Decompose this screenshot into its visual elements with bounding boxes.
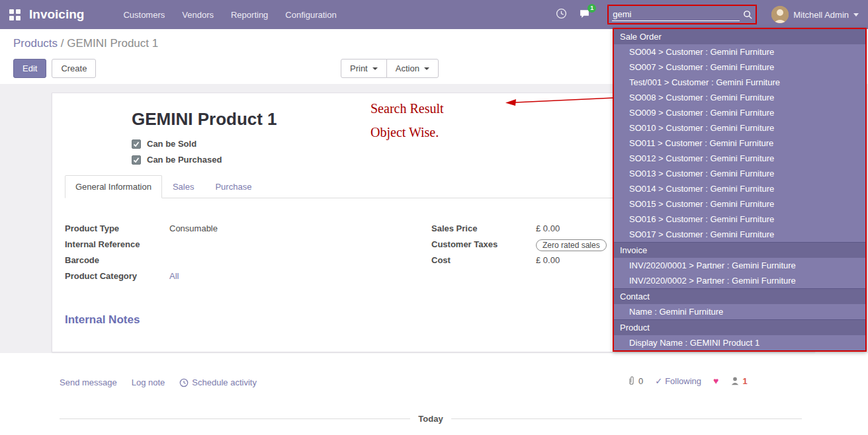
search-group-invoice: Invoice xyxy=(614,242,865,258)
print-caret-icon xyxy=(372,67,378,70)
paperclip-icon xyxy=(627,376,636,385)
today-divider: Today xyxy=(60,414,802,424)
annotation-arrow xyxy=(501,93,617,108)
user-name: Mitchell Admin xyxy=(793,10,849,20)
customer-taxes-badge[interactable]: Zero rated sales xyxy=(536,239,607,251)
messages-count-badge: 1 xyxy=(587,4,596,13)
barcode-row: Barcode xyxy=(65,255,431,268)
sales-price-label: Sales Price xyxy=(431,223,536,233)
search-result-item[interactable]: SO017 > Customer : Gemini Furniture xyxy=(614,227,865,242)
navbar-right: 1 Mitchell Admin xyxy=(556,5,868,24)
top-navbar: Invoicing Customers Vendors Reporting Co… xyxy=(0,0,868,29)
product-category-row: Product Category All xyxy=(65,271,431,284)
search-result-item[interactable]: SO009 > Customer : Gemini Furniture xyxy=(614,105,865,120)
print-action-group: Print Action xyxy=(341,59,439,78)
can-be-sold-checkbox[interactable] xyxy=(132,139,141,149)
person-icon xyxy=(730,376,740,385)
search-group-sale-order: Sale Order xyxy=(614,29,865,44)
product-category-label: Product Category xyxy=(65,271,169,281)
apps-menu-icon[interactable] xyxy=(9,9,21,20)
user-avatar xyxy=(771,6,789,23)
product-type-value: Consumable xyxy=(169,223,218,233)
action-button[interactable]: Action xyxy=(386,59,439,78)
print-button[interactable]: Print xyxy=(341,59,387,78)
activities-clock-icon[interactable] xyxy=(556,8,567,21)
internal-reference-row: Internal Reference xyxy=(65,239,431,252)
product-type-label: Product Type xyxy=(65,223,169,233)
log-note-link[interactable]: Log note xyxy=(132,377,165,387)
chatter-actions: Send message Log note Schedule activity xyxy=(60,377,257,387)
menu-vendors[interactable]: Vendors xyxy=(173,1,222,28)
user-menu[interactable]: Mitchell Admin xyxy=(771,6,859,23)
tab-purchase[interactable]: Purchase xyxy=(204,175,262,198)
schedule-activity-link[interactable]: Schedule activity xyxy=(179,377,257,387)
check-icon: ✓ xyxy=(655,376,662,386)
attachment-count: 0 xyxy=(638,376,643,386)
customer-taxes-label: Customer Taxes xyxy=(431,239,536,249)
followers-count-button[interactable]: 1 xyxy=(730,376,747,386)
cost-label: Cost xyxy=(431,255,536,265)
can-be-purchased-label: Can be Purchased xyxy=(147,155,222,165)
attachments-button[interactable]: 0 xyxy=(627,376,643,386)
search-group-contact: Contact xyxy=(614,288,865,304)
product-type-row: Product Type Consumable xyxy=(65,223,431,236)
left-field-column: Product Type Consumable Internal Referen… xyxy=(65,223,431,287)
today-label: Today xyxy=(410,414,451,424)
search-result-item[interactable]: SO013 > Customer : Gemini Furniture xyxy=(614,166,865,181)
search-input[interactable] xyxy=(612,8,740,21)
chatter-followers: 0 ✓ Following ♥ 1 xyxy=(627,376,748,386)
page: Invoicing Customers Vendors Reporting Co… xyxy=(0,0,868,435)
main-menu: Customers Vendors Reporting Configuratio… xyxy=(114,1,345,28)
schedule-clock-icon xyxy=(179,378,189,387)
breadcrumb: Products / GEMINI Product 1 xyxy=(13,37,158,50)
breadcrumb-separator: / xyxy=(58,37,67,50)
search-result-item[interactable]: SO015 > Customer : Gemini Furniture xyxy=(614,196,865,212)
search-result-item[interactable]: Test/001 > Customer : Gemini Furniture xyxy=(614,75,865,90)
menu-customers[interactable]: Customers xyxy=(114,1,173,28)
search-result-item[interactable]: SO016 > Customer : Gemini Furniture xyxy=(614,212,865,227)
tab-sales[interactable]: Sales xyxy=(162,175,205,198)
product-category-value[interactable]: All xyxy=(169,271,179,281)
action-caret-icon xyxy=(424,67,429,70)
search-group-product: Product xyxy=(614,319,865,335)
can-be-purchased-checkbox[interactable] xyxy=(132,155,141,165)
search-result-item[interactable]: Display Name : GEMINI Product 1 xyxy=(614,335,865,350)
search-result-item[interactable]: INV/2020/0001 > Partner : Gemini Furnitu… xyxy=(614,258,865,273)
global-search-box xyxy=(607,5,757,24)
barcode-label: Barcode xyxy=(65,255,169,265)
follower-count: 1 xyxy=(742,376,747,386)
search-results-dropdown: Sale Order SO004 > Customer : Gemini Fur… xyxy=(613,28,867,352)
breadcrumb-products[interactable]: Products xyxy=(13,37,58,50)
app-brand[interactable]: Invoicing xyxy=(29,7,84,22)
following-toggle[interactable]: ✓ Following xyxy=(655,376,701,386)
form-buttons: Edit Create xyxy=(13,59,96,78)
search-result-item[interactable]: SO007 > Customer : Gemini Furniture xyxy=(614,59,865,75)
menu-configuration[interactable]: Configuration xyxy=(277,1,345,28)
search-result-item[interactable]: SO010 > Customer : Gemini Furniture xyxy=(614,120,865,136)
messages-icon[interactable]: 1 xyxy=(579,8,590,21)
search-result-item[interactable]: SO012 > Customer : Gemini Furniture xyxy=(614,151,865,166)
annotation-line-1: Search Result xyxy=(370,97,444,120)
annotation-text: Search Result Object Wise. xyxy=(370,97,444,144)
sales-price-value: £ 0.00 xyxy=(536,223,560,233)
search-result-item[interactable]: SO011 > Customer : Gemini Furniture xyxy=(614,136,865,151)
search-result-item[interactable]: SO004 > Customer : Gemini Furniture xyxy=(614,44,865,59)
menu-reporting[interactable]: Reporting xyxy=(222,1,277,28)
edit-button[interactable]: Edit xyxy=(13,59,46,78)
search-result-item[interactable]: SO014 > Customer : Gemini Furniture xyxy=(614,181,865,196)
create-button[interactable]: Create xyxy=(52,59,96,78)
search-result-item[interactable]: SO008 > Customer : Gemini Furniture xyxy=(614,90,865,105)
search-icon[interactable] xyxy=(743,10,753,20)
cost-value: £ 0.00 xyxy=(536,255,560,265)
breadcrumb-current: GEMINI Product 1 xyxy=(67,37,158,50)
search-result-item[interactable]: INV/2020/0002 > Partner : Gemini Furnitu… xyxy=(614,273,865,288)
can-be-sold-label: Can be Sold xyxy=(147,139,196,149)
internal-reference-label: Internal Reference xyxy=(65,239,169,249)
send-message-link[interactable]: Send message xyxy=(60,377,117,387)
heart-icon[interactable]: ♥ xyxy=(713,376,718,386)
tab-general-information[interactable]: General Information xyxy=(65,175,162,198)
annotation-line-2: Object Wise. xyxy=(370,120,444,144)
search-result-item[interactable]: Name : Gemini Furniture xyxy=(614,304,865,319)
user-menu-caret-icon xyxy=(853,13,859,17)
